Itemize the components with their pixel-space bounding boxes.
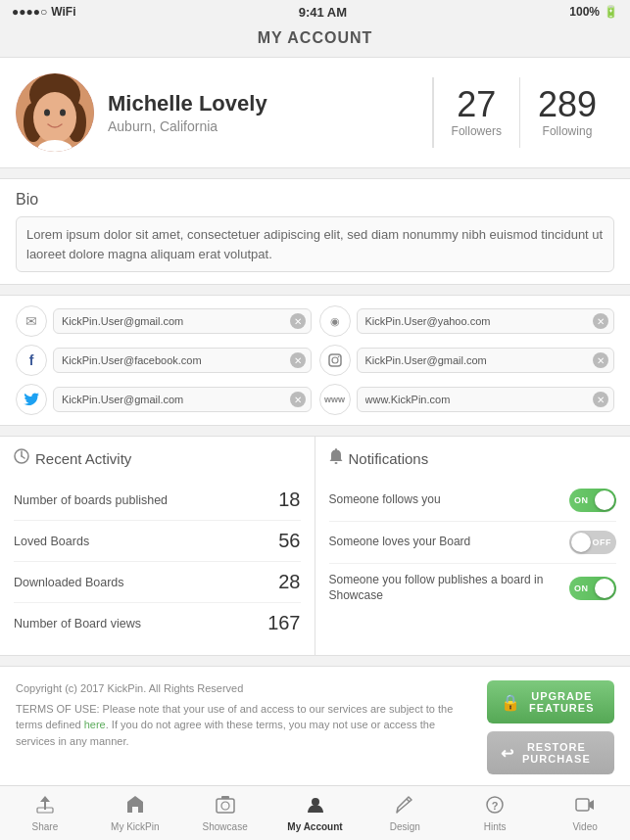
tab-mykickpin[interactable]: My KickPin <box>90 786 180 840</box>
toggle-on-label-2: ON <box>574 583 589 593</box>
contact-field-email[interactable]: ✕ <box>53 308 312 334</box>
notif-row-1: Someone loves your Board OFF <box>329 522 617 564</box>
followers-stat[interactable]: 27 Followers <box>433 77 519 148</box>
svg-line-20 <box>407 799 410 802</box>
activity-label-1: Loved Boards <box>14 535 89 548</box>
notif-row-2: Someone you follow publishes a board in … <box>329 564 617 612</box>
restore-label: RESTOREPURCHASE <box>522 741 591 765</box>
svg-text:?: ? <box>492 800 499 812</box>
facebook-clear-button[interactable]: ✕ <box>290 352 306 368</box>
contact-row-facebook: f ✕ <box>16 345 312 376</box>
twitter-icon <box>16 384 47 415</box>
svg-rect-23 <box>576 799 589 811</box>
svg-rect-18 <box>221 796 229 799</box>
activity-column: Recent Activity Number of boards publish… <box>0 437 315 655</box>
contact-field-website[interactable]: ✕ <box>357 387 615 412</box>
svg-point-5 <box>44 110 50 117</box>
bio-title: Bio <box>16 191 614 209</box>
bio-section: Bio Lorem ipsum dolor sit amet, consecte… <box>0 178 630 285</box>
dual-section: Recent Activity Number of boards publish… <box>0 436 630 656</box>
profile-card: Michelle Lovely Auburn, California 27 Fo… <box>0 57 630 168</box>
contacts-grid: ✉ ✕ ◉ ✕ f ✕ <box>16 305 614 415</box>
notifications-title-text: Notifications <box>349 450 429 467</box>
website-input[interactable] <box>357 387 615 412</box>
profile-name: Michelle Lovely <box>108 91 418 117</box>
notifications-icon <box>329 448 343 468</box>
tab-design[interactable]: Design <box>360 786 450 840</box>
notifications-column: Notifications Someone follows you ON Som… <box>315 437 631 655</box>
terms-text: TERMS OF USE: Please note that your use … <box>16 701 473 750</box>
yahoo-icon: ◉ <box>319 305 351 337</box>
contacts-section: ✉ ✕ ◉ ✕ f ✕ <box>0 295 630 426</box>
profile-location: Auburn, California <box>108 118 418 134</box>
activity-row-0: Number of boards published 18 <box>14 480 301 521</box>
email-clear-button[interactable]: ✕ <box>290 313 306 329</box>
tab-showcase[interactable]: Showcase <box>180 786 270 840</box>
contact-row-twitter: ✕ <box>16 384 312 415</box>
contact-field-facebook[interactable]: ✕ <box>53 348 312 373</box>
wifi-icon: WiFi <box>51 5 75 19</box>
activity-value-0: 18 <box>278 489 300 511</box>
hints-icon: ? <box>484 794 506 819</box>
tab-myaccount[interactable]: My Account <box>270 786 361 840</box>
showcase-icon <box>215 794 236 819</box>
tab-showcase-label: Showcase <box>203 821 248 832</box>
toggle-off-label: OFF <box>593 537 612 547</box>
lock-icon: 🔒 <box>501 693 521 712</box>
svg-point-9 <box>332 357 338 363</box>
restore-button[interactable]: ↩ RESTOREPURCHASE <box>487 731 614 774</box>
instagram-clear-button[interactable]: ✕ <box>593 352 608 368</box>
upgrade-button[interactable]: 🔒 UPGRADEFEATURES <box>487 680 614 723</box>
contact-field-yahoo[interactable]: ✕ <box>357 308 615 334</box>
svg-line-13 <box>22 456 24 458</box>
contact-field-instagram[interactable]: ✕ <box>357 348 615 373</box>
status-bar: ●●●●○ WiFi 9:41 AM 100% 🔋 <box>0 0 630 23</box>
contact-field-twitter[interactable]: ✕ <box>53 387 312 412</box>
battery-label: 100% <box>569 5 600 19</box>
yahoo-clear-button[interactable]: ✕ <box>593 313 608 329</box>
notif-toggle-2[interactable]: ON <box>569 577 616 600</box>
notif-toggle-1[interactable]: OFF <box>569 531 616 554</box>
twitter-input[interactable] <box>53 387 312 412</box>
tab-share[interactable]: Share <box>0 786 90 840</box>
toggle-on-label: ON <box>574 495 589 505</box>
facebook-icon: f <box>16 345 47 376</box>
activity-title-text: Recent Activity <box>35 450 131 467</box>
following-count: 289 <box>538 87 597 122</box>
followers-label: Followers <box>452 124 502 138</box>
footer-text: Copyright (c) 2017 KickPin. All Rights R… <box>16 680 473 749</box>
signal-icon: ●●●●○ <box>12 5 47 19</box>
avatar-image <box>16 73 94 152</box>
activity-label-3: Number of Board views <box>14 617 141 630</box>
following-label: Following <box>538 124 597 138</box>
activity-label-0: Number of boards published <box>14 493 168 507</box>
avatar <box>16 73 94 152</box>
battery-icon: 🔋 <box>604 5 618 19</box>
tab-video[interactable]: Video <box>540 786 630 840</box>
yahoo-input[interactable] <box>357 308 615 334</box>
tab-hints[interactable]: ? Hints <box>450 786 540 840</box>
svg-point-17 <box>221 802 229 810</box>
email-input[interactable] <box>53 308 312 334</box>
activity-icon <box>14 448 29 468</box>
following-stat[interactable]: 289 Following <box>519 77 614 148</box>
bio-text[interactable]: Lorem ipsum dolor sit amet, consectetuer… <box>16 216 614 272</box>
share-icon <box>34 794 56 819</box>
activity-title: Recent Activity <box>14 448 301 468</box>
footer-section: Copyright (c) 2017 KickPin. All Rights R… <box>0 666 630 789</box>
instagram-icon <box>319 345 351 376</box>
website-clear-button[interactable]: ✕ <box>593 392 608 407</box>
toggle-knob-1 <box>571 533 591 552</box>
terms-link[interactable]: here <box>84 719 106 730</box>
svg-rect-8 <box>329 354 341 366</box>
contact-row-instagram: ✕ <box>319 345 615 376</box>
facebook-input[interactable] <box>53 348 312 373</box>
svg-point-10 <box>337 356 339 358</box>
notif-toggle-0[interactable]: ON <box>569 489 616 512</box>
tab-design-label: Design <box>390 821 420 832</box>
twitter-clear-button[interactable]: ✕ <box>290 392 306 407</box>
notif-label-2: Someone you follow publishes a board in … <box>329 573 562 603</box>
status-signal: ●●●●○ WiFi <box>12 5 75 19</box>
instagram-input[interactable] <box>357 348 615 373</box>
notif-row-0: Someone follows you ON <box>329 480 617 522</box>
